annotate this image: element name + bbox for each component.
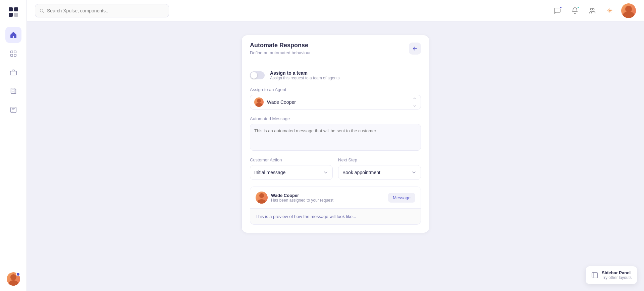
sidebar-bottom xyxy=(7,272,20,286)
assign-agent-label: Assign to an Agent xyxy=(250,87,421,92)
card-title: Automate Response xyxy=(250,42,311,49)
assign-team-row: Assign to a team Assign this request to … xyxy=(250,70,421,80)
chevron-down-icon xyxy=(323,170,328,175)
svg-rect-2 xyxy=(9,13,13,17)
user-avatar-header[interactable] xyxy=(621,3,636,18)
sidebar-item-notes[interactable] xyxy=(5,102,21,118)
theme-sun-icon[interactable]: ☀ xyxy=(604,5,616,17)
back-button[interactable] xyxy=(409,43,421,55)
customer-action-select[interactable]: Initial message xyxy=(250,165,333,180)
chevron-down-icon-2 xyxy=(411,170,417,175)
preview-agent-details: Wade Cooper Has been assigned to your re… xyxy=(271,193,333,203)
chevron-up-down-icon: ⌃⌄ xyxy=(413,97,417,107)
customer-action-label: Customer Action xyxy=(250,157,333,162)
customer-action-value: Initial message xyxy=(254,170,285,175)
main-area: ☀ Automate Response Define an automated … xyxy=(27,0,644,291)
toggle-description: Assign this request to a team of agents xyxy=(270,76,339,80)
action-step-row: Customer Action Initial message Next Ste… xyxy=(250,157,421,180)
svg-rect-6 xyxy=(10,54,12,56)
group-icon-btn[interactable] xyxy=(586,5,598,17)
preview-body: This is a preview of how the message wil… xyxy=(250,209,421,224)
sidebar-item-grid[interactable] xyxy=(5,46,21,62)
card-body: Assign to a team Assign this request to … xyxy=(242,62,429,233)
svg-line-15 xyxy=(43,11,44,12)
app-logo[interactable] xyxy=(7,5,20,19)
svg-rect-4 xyxy=(10,51,12,53)
toggle-label: Assign to a team xyxy=(270,70,339,76)
svg-point-17 xyxy=(592,8,594,10)
sidebar-panel-hint[interactable]: Sidebar Panel Try other layouts xyxy=(585,266,637,284)
card-header-text: Automate Response Define an automated be… xyxy=(250,42,311,55)
sidebar-panel-icon xyxy=(591,272,598,279)
automate-response-card: Automate Response Define an automated be… xyxy=(241,35,429,233)
next-step-label: Next Step xyxy=(338,157,421,162)
next-step-select[interactable]: Book appointment xyxy=(338,165,421,180)
search-icon xyxy=(39,8,44,13)
select-inner: Wade Cooper xyxy=(254,97,296,107)
svg-rect-18 xyxy=(592,272,598,278)
sidebar-item-dashboard[interactable] xyxy=(5,27,21,43)
svg-rect-3 xyxy=(14,13,18,17)
user-avatar-sidebar[interactable] xyxy=(7,272,20,286)
sidebar-item-briefcase[interactable] xyxy=(5,64,21,80)
message-button[interactable]: Message xyxy=(388,193,415,203)
next-step-inner: Book appointment xyxy=(342,170,380,175)
sidebar-panel-text: Sidebar Panel Try other layouts xyxy=(602,270,632,280)
preview-text: This is a preview of how the message wil… xyxy=(256,214,415,219)
preview-agent-info: Wade Cooper Has been assigned to your re… xyxy=(256,192,333,204)
customer-action-inner: Initial message xyxy=(254,170,285,175)
search-box[interactable] xyxy=(35,4,169,17)
sidebar xyxy=(0,0,27,291)
automated-message-label: Automated Message xyxy=(250,116,421,121)
svg-rect-7 xyxy=(14,54,16,56)
sidebar-panel-title: Sidebar Panel xyxy=(602,270,632,275)
toggle-info: Assign to a team Assign this request to … xyxy=(270,70,339,80)
header: ☀ xyxy=(27,0,644,21)
sidebar-item-document[interactable] xyxy=(5,83,21,99)
preview-agent-name: Wade Cooper xyxy=(271,193,333,198)
svg-rect-5 xyxy=(14,51,16,53)
svg-rect-1 xyxy=(14,7,18,11)
customer-action-field: Customer Action Initial message xyxy=(250,157,333,180)
next-step-field: Next Step Book appointment xyxy=(338,157,421,180)
sidebar-panel-subtitle: Try other layouts xyxy=(602,275,632,280)
card-subtitle: Define an automated behaviour xyxy=(250,50,311,55)
next-step-value: Book appointment xyxy=(342,170,380,175)
preview-header: Wade Cooper Has been assigned to your re… xyxy=(250,187,421,209)
preview-agent-status: Has been assigned to your request xyxy=(271,198,333,203)
automated-message-field: Automated Message xyxy=(250,116,421,151)
search-input[interactable] xyxy=(47,8,165,13)
agent-avatar-select xyxy=(254,97,264,107)
preview-agent-avatar xyxy=(256,192,268,204)
svg-rect-0 xyxy=(9,7,13,11)
bell-icon-btn[interactable] xyxy=(569,5,581,17)
svg-rect-10 xyxy=(11,88,15,94)
assign-agent-field: Assign to an Agent Wade Cooper ⌃⌄ xyxy=(250,87,421,110)
assign-team-toggle[interactable] xyxy=(250,71,265,79)
preview-card: Wade Cooper Has been assigned to your re… xyxy=(250,187,421,225)
card-header: Automate Response Define an automated be… xyxy=(242,35,429,62)
header-right: ☀ xyxy=(551,3,636,18)
agent-name: Wade Cooper xyxy=(267,99,296,105)
automated-message-textarea[interactable] xyxy=(250,124,421,151)
assign-agent-select[interactable]: Wade Cooper ⌃⌄ xyxy=(250,95,421,110)
main-content: Automate Response Define an automated be… xyxy=(27,21,644,291)
chat-icon-btn[interactable] xyxy=(551,5,564,17)
